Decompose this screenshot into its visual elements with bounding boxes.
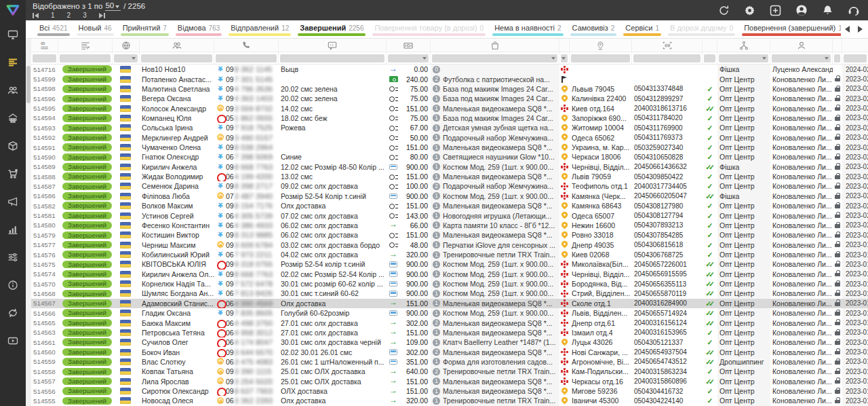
filter-address[interactable] [571,54,630,62]
filter-country[interactable] [114,54,138,62]
table-row[interactable]: 514593 Завершений Сольська Ірина 09 7 91… [31,123,868,132]
filter-client[interactable] [141,54,212,62]
column-header-manager[interactable] [770,39,833,52]
filter-id[interactable] [33,54,56,62]
column-header-delivery[interactable] [559,39,570,52]
filter-manager[interactable] [772,54,831,62]
table-row[interactable]: 514588 Завершений Жидак Володимир 06 4 1… [31,172,868,181]
filter-date[interactable] [844,54,867,62]
table-row[interactable]: 514559 Завершений Влас Слотюу 06 3 475 4… [31,357,868,367]
table-row[interactable]: 514566 Завершений Гладик Оксана 09 7 835… [31,308,868,318]
column-header-phone[interactable] [214,39,279,52]
table-row[interactable]: 514555 Завершений Новосад Олеся 06 3 362… [31,396,868,405]
column-header-lock[interactable] [833,39,842,52]
sidebar-item-dashboard[interactable] [0,20,26,48]
sidebar-item-analytics[interactable] [0,215,26,243]
table-row[interactable]: 514558 Завершений Ковпак Татьяна 09 3 39… [31,367,868,376]
table-row[interactable]: 514556 Завершений Сиротюк Олександр 09 8… [31,386,868,396]
vertical-scrollbar[interactable] [26,39,31,406]
page-number[interactable]: 3 [81,12,88,19]
add-order-icon[interactable] [770,5,781,16]
column-header-date[interactable] [842,39,868,52]
table-row[interactable]: 514582 Завершений Волков Максим 09 8 154… [31,201,868,210]
order-status-tab[interactable]: Самовивіз 2 [567,20,620,38]
column-header-comment[interactable] [279,39,387,52]
avatar[interactable] [795,4,808,16]
sidebar-item-purchases[interactable] [0,160,26,187]
filter-delivery[interactable] [561,54,568,62]
table-row[interactable]: 514563 Завершений Петровська Тетяна 06 4… [31,328,868,337]
table-row[interactable]: 514579 Завершений Костишин Виктор 09 8 3… [31,230,868,240]
column-header-source[interactable] [717,39,770,52]
table-row[interactable]: 514568 Завершений Шумляс Богдана Ан... 0… [31,289,868,298]
sidebar-item-store[interactable] [0,104,26,132]
filter-payment[interactable] [388,54,429,62]
sidebar-item-orders[interactable] [0,48,26,76]
first-page-button[interactable] [33,13,39,18]
column-header-ttn-status[interactable] [703,39,717,52]
order-status-tab[interactable]: В дорозі додому 0 [665,20,738,38]
bell-icon[interactable] [822,5,833,16]
sidebar-item-sync[interactable] [0,299,26,327]
table-row[interactable]: 514591 Завершений Чумаченко Олена 09 8 0… [31,143,868,152]
order-status-tab[interactable]: Відмова 763 [172,20,225,38]
table-row[interactable]: 514587 Завершений Семенюк Дарина 09 8 39… [31,181,868,191]
filter-ttn-status[interactable] [704,54,715,62]
column-header-country[interactable] [113,39,140,52]
table-row[interactable]: 514576 Завершений Кобилинський Юрий 06 7… [31,250,868,259]
order-status-tab[interactable]: Прийнятий 7 [117,20,172,38]
filter-tracking[interactable] [633,54,701,62]
column-header-address[interactable] [570,39,632,52]
refresh-icon[interactable] [718,5,730,16]
column-header-payment[interactable] [387,39,431,52]
sidebar-item-marketing[interactable] [0,187,26,215]
column-header-status[interactable] [58,39,113,52]
table-row[interactable]: 514590 Завершений Гнатюк Олексндр 06 7 3… [31,152,868,162]
table-row[interactable]: 514565 Завершений Баюка Максим 06 4 498 … [31,318,868,327]
order-status-tab[interactable]: Повернення (завершений) 125 [738,20,855,38]
filter-phone[interactable] [216,54,277,62]
table-row[interactable]: 514596 Завершений Вегера Оксана 09 4 363… [31,94,868,103]
gear-icon[interactable] [744,5,755,16]
table-row[interactable]: 514589 Завершений Кирилич Анжела 09 8 66… [31,162,868,172]
table-row[interactable]: 514561 Завершений Сучилов Олег 06 4 174 … [31,337,868,347]
order-status-tab[interactable]: Повернення товару (в дорозі) 0 [369,20,489,38]
table-row[interactable]: 514574 Завершений Кирилич Анжела Ол... 0… [31,270,868,279]
column-header-client[interactable] [140,39,214,52]
sidebar-item-products[interactable] [0,132,26,160]
last-page-button[interactable] [99,13,105,18]
filter-products[interactable] [432,54,557,62]
filter-status[interactable] [60,54,111,62]
table-row[interactable]: 514575 Завершений КВІТОВСЬКА ЮЛІЯ 09 9 3… [31,259,868,269]
table-row[interactable]: 514577 Завершений Черниш Максим 09 3 609… [31,240,868,249]
table-row[interactable]: 514557 Завершений Лила Ярослав 09 3 254 … [31,377,868,386]
table-row[interactable]: 514592 Завершений Мерклингер Андрей 09 3… [31,133,868,143]
order-status-tab[interactable]: Нема в наявності 2 [489,20,566,38]
table-row[interactable]: 514581 Завершений Устинов Сергей 06 4 30… [31,210,868,220]
table-row[interactable]: 514567 Завершений Адамовский Станис... 0… [31,299,868,308]
sidebar-item-video[interactable] [0,327,26,354]
table-row[interactable]: 514599 Завершений Потапенко Анастас... 0… [31,74,868,84]
column-header-products[interactable] [431,39,559,52]
sidebar-item-info[interactable] [0,271,26,299]
table-row[interactable]: 514716 Завершений Нов10 Нов10 09 8 362 1… [31,64,868,74]
page-number[interactable]: 2 [66,12,73,19]
tabs-scroll-right-icon[interactable] [858,26,863,33]
table-row[interactable]: 514586 Завершений Філіпова Люба 07 3 487… [31,191,868,201]
column-header-id[interactable]: ID [31,39,58,52]
table-row[interactable]: 514560 Завершений Бокоч Иван 09 3 644 65… [31,347,868,356]
filter-comment[interactable] [280,54,384,62]
sidebar-item-settings[interactable] [0,243,26,271]
scrollbar-thumb[interactable] [26,66,31,103]
table-row[interactable]: 514598 Завершений Малютина Светлана 09 4… [31,84,868,94]
table-row[interactable]: 514580 Завершений Фесенко Константин 06 … [31,221,868,230]
headset-icon[interactable] [848,4,860,16]
filter-source[interactable] [719,54,768,62]
tabs-scroll-left-icon[interactable] [845,26,850,33]
table-row[interactable]: 514570 Завершений Корнелюк Надія Та... 0… [31,279,868,289]
order-status-tab[interactable]: Завершений 2256 [294,20,369,38]
filter-lock[interactable] [834,54,840,62]
column-header-tracking[interactable] [632,39,703,52]
sidebar-item-clients[interactable] [0,76,26,104]
order-status-tab[interactable]: Відправлений 12 [225,20,294,38]
